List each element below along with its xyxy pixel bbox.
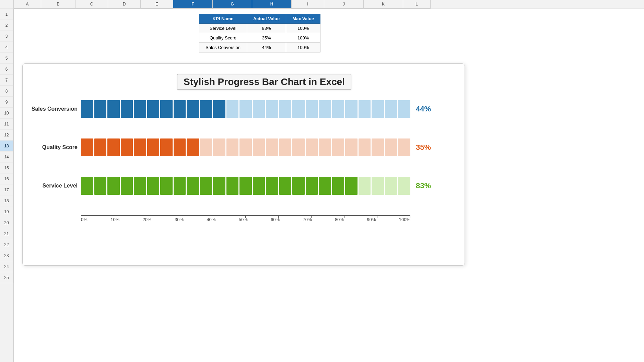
x-axis-tick-label: 60% <box>271 217 280 222</box>
col-header-g[interactable]: G <box>213 0 252 9</box>
bar-label: Sales Conversion <box>26 106 78 112</box>
bar-row: Sales Conversion44% <box>81 100 447 118</box>
kpi-cell: Quality Score <box>199 33 247 43</box>
bar-segment <box>345 138 358 156</box>
chart-title: Stylish Progress Bar Chart in Excel <box>177 74 351 90</box>
bar-segment <box>81 177 93 195</box>
bar-segment <box>398 177 410 195</box>
bar-segment <box>398 138 410 156</box>
bar-segment <box>359 177 371 195</box>
row-header-23[interactable]: 23 <box>0 250 13 261</box>
bar-segment <box>292 138 305 156</box>
row-header-14[interactable]: 14 <box>0 152 13 162</box>
kpi-header-max: Max Value <box>286 14 320 24</box>
spreadsheet: A B C D E F G H I J K L 1 2 3 4 5 6 7 8 … <box>0 0 644 362</box>
col-header-l[interactable]: L <box>403 0 431 9</box>
bar-segment <box>213 177 225 195</box>
bar-segment <box>121 138 133 156</box>
col-header-b[interactable]: B <box>41 0 75 9</box>
bar-segment <box>253 177 265 195</box>
bar-segment <box>306 138 318 156</box>
bar-segment <box>292 100 305 118</box>
row-header-3[interactable]: 3 <box>0 31 13 42</box>
row-header-22[interactable]: 22 <box>0 239 13 250</box>
col-header-i[interactable]: I <box>292 0 324 9</box>
bar-segment <box>147 138 160 156</box>
row-header-24[interactable]: 24 <box>0 261 13 272</box>
row-header-9[interactable]: 9 <box>0 97 13 108</box>
col-header-j[interactable]: J <box>324 0 364 9</box>
bar-segment <box>372 138 384 156</box>
col-header-e[interactable]: E <box>141 0 173 9</box>
bar-segment <box>279 100 292 118</box>
corner-cell <box>0 0 14 9</box>
x-axis-tick-label: 50% <box>239 217 248 222</box>
row-header-16[interactable]: 16 <box>0 173 13 184</box>
bar-segment <box>226 100 239 118</box>
bar-segment <box>253 138 265 156</box>
row-header-21[interactable]: 21 <box>0 228 13 239</box>
row-header-17[interactable]: 17 <box>0 184 13 195</box>
row-header-1[interactable]: 1 <box>0 9 13 20</box>
row-header-11[interactable]: 11 <box>0 119 13 130</box>
row-header-19[interactable]: 19 <box>0 206 13 217</box>
bar-value-label: 44% <box>416 105 436 113</box>
bar-rows-area: Sales Conversion44%Quality Score35%Servi… <box>81 100 447 195</box>
row-header-15[interactable]: 15 <box>0 162 13 173</box>
row-header-13[interactable]: 13 <box>0 141 13 152</box>
kpi-header-name: KPI Name <box>199 14 247 24</box>
bar-segment <box>253 100 265 118</box>
bar-segment <box>107 177 120 195</box>
row-header-10[interactable]: 10 <box>0 108 13 119</box>
bar-segment <box>359 100 371 118</box>
row-header-12[interactable]: 12 <box>0 130 13 141</box>
row-header-4[interactable]: 4 <box>0 42 13 53</box>
col-header-c[interactable]: C <box>75 0 108 9</box>
bar-segment <box>372 100 384 118</box>
kpi-cell: 100% <box>286 33 320 43</box>
bar-segment <box>94 100 107 118</box>
kpi-cell: Sales Conversion <box>199 43 247 52</box>
col-header-h[interactable]: H <box>252 0 292 9</box>
bar-segment <box>319 138 331 156</box>
col-header-d[interactable]: D <box>108 0 141 9</box>
bar-segment <box>187 177 199 195</box>
col-header-f[interactable]: F <box>173 0 213 9</box>
row-headers: 1 2 3 4 5 6 7 8 9 10 11 12 13 14 15 16 1… <box>0 9 14 362</box>
bar-segment <box>385 177 397 195</box>
bar-label: Quality Score <box>26 144 78 150</box>
row-header-8[interactable]: 8 <box>0 86 13 97</box>
bar-segment <box>107 100 120 118</box>
bar-segment <box>345 177 358 195</box>
row-header-25[interactable]: 25 <box>0 272 13 283</box>
kpi-cell: 83% <box>247 24 286 33</box>
row-header-6[interactable]: 6 <box>0 64 13 75</box>
bar-segment <box>279 177 292 195</box>
column-headers: A B C D E F G H I J K L <box>0 0 644 9</box>
bar-segment <box>121 100 133 118</box>
bar-segment <box>94 138 107 156</box>
row-header-2[interactable]: 2 <box>0 20 13 31</box>
bar-segment <box>345 100 358 118</box>
bar-segment <box>121 177 133 195</box>
bar-segment <box>174 100 186 118</box>
col-header-k[interactable]: K <box>364 0 403 9</box>
bar-segment <box>266 177 278 195</box>
bar-segment <box>266 138 278 156</box>
bar-segment <box>332 177 344 195</box>
row-header-7[interactable]: 7 <box>0 75 13 86</box>
x-axis-tick-label: 10% <box>110 217 119 222</box>
x-axis-tick-label: 80% <box>335 217 344 222</box>
bar-segment <box>147 100 160 118</box>
x-axis-tick-label: 0% <box>81 217 87 222</box>
col-header-a[interactable]: A <box>14 0 41 9</box>
bar-segment <box>398 100 410 118</box>
row-header-20[interactable]: 20 <box>0 217 13 228</box>
row-header-18[interactable]: 18 <box>0 195 13 206</box>
bar-segment <box>134 177 146 195</box>
bar-segment <box>94 177 107 195</box>
bar-row: Service Level83% <box>81 177 447 195</box>
bar-segment <box>239 100 252 118</box>
kpi-cell: 35% <box>247 33 286 43</box>
row-header-5[interactable]: 5 <box>0 53 13 64</box>
